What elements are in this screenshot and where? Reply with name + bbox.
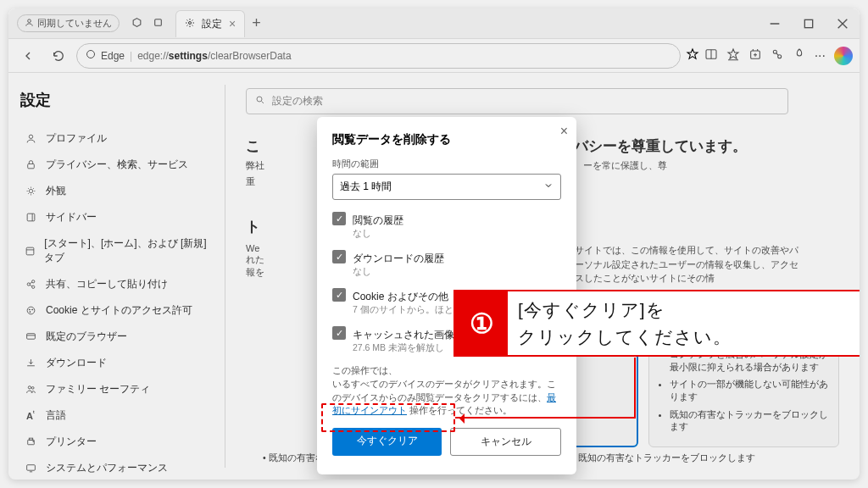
chevron-down-icon (543, 180, 554, 193)
time-range-select[interactable]: 過去 1 時間 (332, 174, 561, 200)
modal-close-button[interactable]: × (560, 124, 568, 139)
checkbox-icon[interactable]: ✓ (332, 250, 346, 263)
modal-note: この操作では、 いるすべてのデバイスのデータがクリアされます。このデバイスからの… (332, 364, 561, 418)
annotation-arrow (455, 417, 636, 419)
checkbox-icon[interactable]: ✓ (332, 212, 346, 225)
callout-number: ① (455, 291, 508, 355)
time-range-label: 時間の範囲 (332, 158, 561, 170)
annotation-arrow-vertical (634, 358, 636, 418)
annotation-callout: ① [今すぐクリア]をクリックしてください。 (453, 290, 860, 357)
modal-title: 閲覧データを削除する (332, 132, 561, 147)
callout-message: [今すぐクリア]をクリックしてください。 (508, 293, 860, 353)
clear-now-button[interactable]: 今すぐクリア (332, 428, 442, 456)
clear-item-1[interactable]: ✓ダウンロードの履歴なし (332, 250, 561, 278)
clear-item-0[interactable]: ✓閲覧の履歴なし (332, 212, 561, 240)
checkbox-icon[interactable]: ✓ (332, 326, 346, 340)
cancel-button[interactable]: キャンセル (450, 428, 561, 456)
checkbox-icon[interactable]: ✓ (332, 288, 346, 302)
